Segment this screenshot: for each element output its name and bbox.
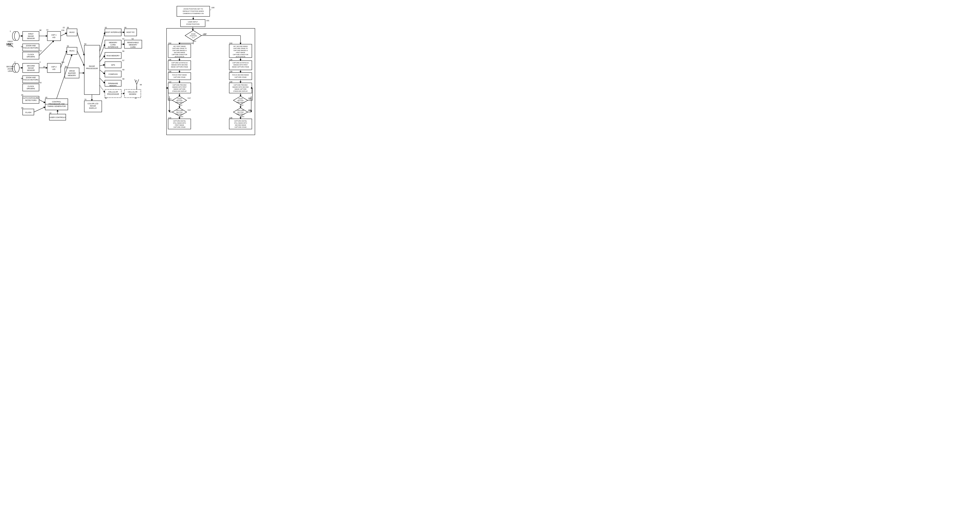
svg-text:52: 52	[123, 38, 124, 40]
svg-rect-69	[84, 45, 100, 95]
svg-text:CAPTURE IMAGES &: CAPTURE IMAGES &	[172, 50, 187, 51]
svg-text:IMAGE CAPTURE: IMAGE CAPTURE	[235, 88, 247, 90]
svg-text:PROCESSOR AND: PROCESSOR AND	[49, 103, 65, 105]
svg-text:COMPASS: COMPASS	[108, 73, 118, 75]
svg-text:136: 136	[229, 117, 232, 119]
svg-text:IMAGE CAPTURE STAGE: IMAGE CAPTURE STAGE	[232, 66, 249, 68]
svg-text:CONTROL: CONTROL	[52, 101, 61, 103]
svg-text:A/D: A/D	[52, 37, 56, 38]
svg-text:MEMORY: MEMORY	[109, 41, 117, 44]
svg-text:IMAGE CAPTURE: IMAGE CAPTURE	[173, 88, 185, 90]
main-diagram: 10A 1 FIRST ZOOM LENS FIRST IMAGE SENSOR…	[2, 2, 257, 140]
svg-line-120	[137, 82, 138, 84]
svg-text:114: 114	[188, 109, 191, 111]
svg-text:CAPTURE: CAPTURE	[237, 110, 244, 111]
svg-text:NO: NO	[180, 104, 182, 106]
svg-text:128: 128	[229, 70, 232, 73]
svg-text:1: 1	[10, 30, 11, 32]
svg-text:IMAGE: IMAGE	[28, 67, 34, 69]
svg-text:MEMORY: MEMORY	[109, 85, 117, 87]
svg-text:SET SECOND IMAGE: SET SECOND IMAGE	[233, 46, 248, 47]
svg-text:CAPTURE: CAPTURE	[176, 110, 183, 111]
svg-text:ZOOM AND: ZOOM AND	[26, 76, 36, 78]
svg-text:FIRMWARE: FIRMWARE	[108, 83, 118, 84]
svg-text:STAGE AND DISPLAY: STAGE AND DISPLAY	[172, 91, 187, 92]
svg-text:REMOVABLE: REMOVABLE	[127, 41, 138, 44]
svg-text:50: 50	[84, 43, 86, 45]
svg-text:IMAGES WITH FIRST: IMAGES WITH FIRST	[172, 86, 187, 88]
svg-text:70: 70	[84, 99, 86, 100]
svg-text:CELLULAR: CELLULAR	[128, 91, 138, 93]
svg-text:38: 38	[65, 65, 67, 68]
svg-line-143	[100, 70, 105, 74]
svg-text:BUTTON: BUTTON	[177, 111, 183, 113]
svg-rect-48	[47, 32, 60, 41]
svg-text:54: 54	[132, 38, 134, 40]
svg-line-151	[39, 41, 54, 56]
svg-line-145	[100, 85, 105, 92]
flowchart-diagram: ZOOM POSITION SET TO DEFAULT POSITION WH…	[156, 4, 259, 138]
svg-text:MODEM: MODEM	[129, 93, 136, 95]
svg-text:DISPLAY: DISPLAY	[89, 107, 97, 109]
svg-text:24: 24	[43, 66, 45, 68]
svg-text:106: 106	[168, 59, 171, 60]
svg-line-133	[60, 51, 67, 68]
svg-text:MEMORY: MEMORY	[68, 75, 76, 76]
svg-text:PRESSED ?: PRESSED ?	[236, 113, 245, 115]
svg-rect-52	[47, 63, 60, 73]
svg-text:40: 40	[45, 96, 47, 99]
svg-point-19	[14, 63, 19, 72]
svg-text:FIRST IMAGE: FIRST IMAGE	[236, 52, 245, 53]
svg-line-121	[135, 80, 136, 82]
svg-text:CARD: CARD	[110, 44, 116, 46]
svg-text:COLOR LCD: COLOR LCD	[88, 103, 99, 105]
svg-text:USER INPUT: USER INPUT	[188, 21, 198, 23]
svg-text:12: 12	[40, 29, 41, 31]
svg-text:NO: NO	[241, 104, 243, 106]
svg-rect-213	[168, 73, 191, 80]
svg-text:CLOCK: CLOCK	[27, 54, 34, 56]
svg-line-134	[77, 32, 84, 56]
svg-text:YES: YES	[180, 116, 183, 118]
svg-text:YES: YES	[241, 116, 244, 118]
svg-text:ASP 1: ASP 1	[51, 34, 56, 36]
svg-text:YES: YES	[168, 98, 172, 100]
svg-text:CAPTURE PREVIEW: CAPTURE PREVIEW	[172, 84, 186, 86]
svg-text:58: 58	[123, 78, 124, 80]
svg-text:PROCESSOR: PROCESSOR	[86, 67, 98, 70]
svg-text:SENSOR: SENSOR	[27, 37, 35, 40]
svg-text:CAPTURE STAGE FOR: CAPTURE STAGE FOR	[172, 54, 187, 55]
svg-text:AUTO FOCUS: AUTO FOCUS	[175, 56, 184, 57]
svg-text:STILL IMAGE WITH: STILL IMAGE WITH	[173, 122, 186, 124]
svg-text:BUTTON: BUTTON	[238, 111, 243, 113]
svg-line-119	[136, 82, 137, 84]
svg-text:IMAGES WITH FIRST: IMAGES WITH FIRST	[233, 64, 248, 65]
svg-text:CAPTURE STAGE: CAPTURE STAGE	[173, 76, 186, 78]
svg-text:ZOOM: ZOOM	[8, 68, 13, 70]
svg-text:59: 59	[123, 68, 124, 71]
svg-text:94: 94	[140, 84, 142, 86]
svg-text:MEMORY: MEMORY	[129, 44, 137, 46]
svg-text:USER CONTROLS: USER CONTROLS	[49, 116, 65, 118]
svg-text:IMAGES WITH SECOND: IMAGES WITH SECOND	[172, 64, 188, 65]
svg-text:CAPTURE AUTOFOCUS: CAPTURE AUTOFOCUS	[172, 62, 188, 64]
svg-text:PRESSED ?: PRESSED ?	[175, 113, 183, 115]
svg-text:5a: 5a	[21, 46, 23, 48]
svg-text:90: 90	[105, 97, 107, 99]
svg-text:4: 4	[40, 61, 40, 63]
svg-text:IMAGE: IMAGE	[89, 65, 95, 67]
svg-text:IMAGE: IMAGE	[28, 35, 34, 37]
svg-text:STAGE AND DISPLAY: STAGE AND DISPLAY	[233, 91, 248, 92]
svg-text:FOCUS SECOND IMAGE: FOCUS SECOND IMAGE	[232, 74, 249, 76]
svg-text:36: 36	[67, 27, 69, 29]
svg-text:108: 108	[168, 70, 171, 73]
svg-text:MUX2: MUX2	[69, 31, 75, 33]
svg-text:DETECTORS: DETECTORS	[25, 99, 37, 101]
svg-text:CAPTURE STAGE: CAPTURE STAGE	[235, 76, 247, 78]
svg-text:BUFFER: BUFFER	[68, 72, 76, 74]
svg-text:PROCESSOR: PROCESSOR	[107, 93, 119, 95]
svg-text:SENSOR: SENSOR	[27, 69, 35, 72]
svg-text:LENS: LENS	[8, 45, 13, 47]
svg-text:POSITION: POSITION	[190, 35, 197, 37]
svg-text:2: 2	[14, 61, 16, 63]
